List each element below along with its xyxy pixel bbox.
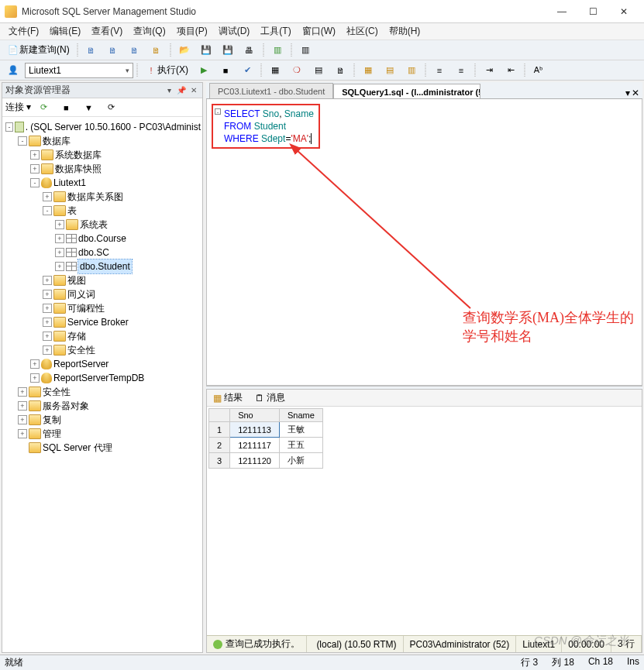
tb-btn-1[interactable]: 🗎 bbox=[81, 42, 102, 59]
databases-folder[interactable]: 数据库 bbox=[43, 134, 71, 148]
menu-edit[interactable]: 编辑(E) bbox=[44, 23, 86, 40]
sql-agent[interactable]: SQL Server 代理 bbox=[43, 441, 112, 455]
tb2-b[interactable]: ❍ bbox=[287, 62, 307, 79]
tb2-c[interactable]: ▤ bbox=[308, 62, 329, 79]
col-sname[interactable]: Sname bbox=[279, 409, 322, 422]
connect-refresh[interactable]: ⟳ bbox=[33, 99, 53, 116]
connect-button[interactable]: 连接 ▾ bbox=[5, 101, 31, 114]
tb-btn-4[interactable]: 🗎 bbox=[146, 42, 167, 59]
results-grid-btn[interactable]: ▦ bbox=[358, 62, 378, 79]
menu-file[interactable]: 文件(F) bbox=[3, 23, 44, 40]
service-broker-folder[interactable]: Service Broker bbox=[67, 315, 129, 329]
editor-area: PC03.Liutext1 - dbo.Student SQLQuery1.sq… bbox=[206, 82, 642, 653]
table-row: 21211117王五 bbox=[209, 438, 323, 453]
results-tabs: ▦结果 🗒消息 bbox=[207, 390, 642, 407]
layout-button[interactable]: ▥ bbox=[295, 42, 315, 59]
storage-folder[interactable]: 存储 bbox=[67, 329, 86, 343]
menu-help[interactable]: 帮助(H) bbox=[384, 23, 426, 40]
server-node[interactable]: . (SQL Server 10.50.1600 - PC03\Administ bbox=[26, 120, 201, 134]
programmability-folder[interactable]: 可编程性 bbox=[67, 301, 105, 315]
size-btn[interactable]: Aᵇ bbox=[529, 62, 549, 79]
col-sno[interactable]: Sno bbox=[230, 409, 280, 422]
new-query-button[interactable]: 📄新建查询(N) bbox=[3, 42, 74, 59]
save-all-button[interactable]: 💾 bbox=[218, 42, 238, 59]
results-grid[interactable]: SnoSname 11211113王敏 21211117王五 31211120小… bbox=[207, 407, 642, 635]
results-grid-tab[interactable]: ▦结果 bbox=[210, 390, 246, 406]
connect-stop[interactable]: ■ bbox=[56, 99, 76, 116]
execute-button[interactable]: !执行(X) bbox=[141, 62, 192, 79]
indent-btn[interactable]: ⇥ bbox=[479, 62, 499, 79]
panel-dropdown-icon[interactable]: ▾ bbox=[164, 85, 174, 96]
server-objects-folder[interactable]: 服务器对象 bbox=[43, 399, 89, 413]
connection-icon[interactable]: 👤 bbox=[3, 62, 23, 79]
connect-more[interactable]: ⟳ bbox=[101, 99, 121, 116]
svg-line-0 bbox=[296, 149, 470, 308]
maximize-button[interactable]: ☐ bbox=[577, 1, 608, 22]
db-reportservertemp[interactable]: ReportServerTempDB bbox=[53, 371, 144, 385]
parse-button[interactable]: ✔ bbox=[237, 62, 257, 79]
system-db-folder[interactable]: 系统数据库 bbox=[55, 148, 102, 162]
menu-debug[interactable]: 调试(D) bbox=[213, 23, 256, 40]
menu-community[interactable]: 社区(C) bbox=[341, 23, 384, 40]
outdent-btn[interactable]: ⇤ bbox=[501, 62, 521, 79]
object-tree[interactable]: -. (SQL Server 10.50.1600 - PC03\Adminis… bbox=[2, 117, 202, 652]
menu-query[interactable]: 查询(Q) bbox=[128, 23, 170, 40]
toolbar-main: 📄新建查询(N) 🗎 🗎 🗎 🗎 📂 💾 💾 🖶 ▥ ▥ bbox=[0, 40, 644, 60]
outline-toggle-icon[interactable]: - bbox=[215, 108, 221, 115]
debug-button[interactable]: ▶ bbox=[194, 62, 214, 79]
tb2-d[interactable]: 🗎 bbox=[330, 62, 350, 79]
sql-editor[interactable]: - SELECT Sno, Sname FROM Student WHERE S… bbox=[206, 99, 642, 386]
system-tables[interactable]: 系统表 bbox=[80, 218, 108, 232]
tabstrip-close-icon[interactable]: ✕ bbox=[632, 88, 639, 98]
twisty-icon[interactable]: - bbox=[5, 122, 13, 132]
print-button[interactable]: 🖶 bbox=[239, 42, 260, 59]
menu-project[interactable]: 项目(P) bbox=[171, 23, 213, 40]
new-query-label: 新建查询(N) bbox=[19, 43, 70, 57]
db-security-folder[interactable]: 安全性 bbox=[67, 343, 95, 357]
status-rows: 3 行 bbox=[611, 636, 642, 652]
comment-btn[interactable]: ≡ bbox=[429, 62, 449, 79]
close-button[interactable]: ✕ bbox=[608, 1, 639, 22]
menu-tools[interactable]: 工具(T) bbox=[255, 23, 296, 40]
connect-filter[interactable]: ▼ bbox=[78, 99, 98, 116]
results-text-btn[interactable]: ▤ bbox=[380, 62, 400, 79]
tb2-a[interactable]: ▦ bbox=[265, 62, 285, 79]
results-file-btn[interactable]: ▥ bbox=[401, 62, 422, 79]
results-messages-tab[interactable]: 🗒消息 bbox=[252, 390, 288, 406]
db-snapshot-folder[interactable]: 数据库快照 bbox=[55, 162, 102, 176]
panel-pin-icon[interactable]: 📌 bbox=[176, 85, 187, 96]
table-course[interactable]: dbo.Course bbox=[78, 232, 126, 246]
security-folder[interactable]: 安全性 bbox=[43, 385, 71, 399]
panel-close-icon[interactable]: ✕ bbox=[188, 85, 199, 96]
annotation-arrow bbox=[277, 138, 494, 316]
tb-btn-2[interactable]: 🗎 bbox=[103, 42, 123, 59]
table-icon bbox=[66, 234, 77, 243]
stop-button[interactable]: ■ bbox=[215, 62, 236, 79]
tab-table-student[interactable]: PC03.Liutext1 - dbo.Student bbox=[209, 83, 333, 98]
save-button[interactable]: 💾 bbox=[196, 42, 216, 59]
status-ready: 就绪 bbox=[5, 656, 23, 669]
management-folder[interactable]: 管理 bbox=[43, 427, 61, 441]
status-col: 列 18 bbox=[552, 656, 574, 669]
table-student[interactable]: dbo.Student bbox=[78, 259, 132, 273]
minimize-button[interactable]: — bbox=[546, 1, 577, 22]
synonyms-folder[interactable]: 同义词 bbox=[67, 287, 95, 301]
tb-btn-3[interactable]: 🗎 bbox=[125, 42, 145, 59]
open-button[interactable]: 📂 bbox=[174, 42, 195, 59]
db-liutext1[interactable]: Liutext1 bbox=[53, 176, 86, 190]
tables-folder[interactable]: 表 bbox=[67, 204, 77, 218]
table-sc[interactable]: dbo.SC bbox=[78, 246, 109, 259]
menu-view[interactable]: 查看(V) bbox=[86, 23, 128, 40]
db-diagrams[interactable]: 数据库关系图 bbox=[67, 190, 123, 204]
database-combo[interactable]: Liutext1▾ bbox=[25, 63, 133, 78]
tab-sqlquery[interactable]: SQLQuery1.sql - (l...dministrator (52))* bbox=[333, 84, 480, 99]
tabstrip-dropdown-icon[interactable]: ▾ bbox=[625, 88, 630, 98]
views-folder[interactable]: 视图 bbox=[67, 273, 86, 287]
app-status-bar: 就绪 行 3 列 18 Ch 18 Ins bbox=[0, 655, 644, 670]
table-row: 31211120小新 bbox=[209, 453, 323, 469]
uncomment-btn[interactable]: ≡ bbox=[451, 62, 471, 79]
activity-button[interactable]: ▥ bbox=[267, 42, 288, 59]
db-reportserver[interactable]: ReportServer bbox=[53, 357, 108, 371]
replication-folder[interactable]: 复制 bbox=[43, 413, 61, 427]
menu-window[interactable]: 窗口(W) bbox=[297, 23, 341, 40]
